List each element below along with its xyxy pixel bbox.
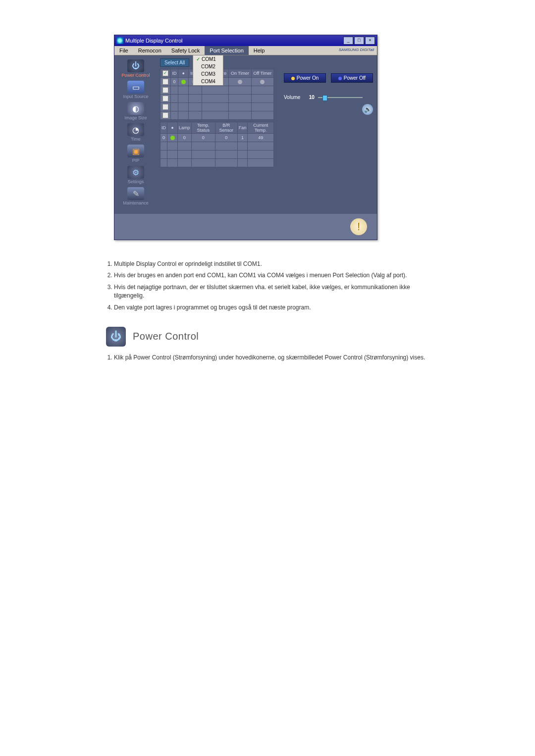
menu-remocon[interactable]: Remocon	[133, 46, 166, 55]
sidebar-item-label: PIP	[114, 158, 157, 163]
table-row	[160, 151, 274, 159]
menu-safety-lock[interactable]: Safety Lock	[166, 46, 205, 55]
col-current-temp: Current Temp.	[248, 122, 274, 134]
list-item: Hvis der bruges en anden port end COM1, …	[114, 271, 441, 280]
menubar: File Remocon Safety Lock Port Selection …	[114, 46, 377, 55]
sidebar-item-power-control[interactable]: ⏻ Power Control	[114, 57, 157, 79]
power-off-button[interactable]: Power Off	[331, 73, 373, 83]
speaker-icon[interactable]: 🔊	[362, 104, 373, 115]
volume-value: 10	[309, 95, 315, 100]
col-br-sensor: B/R Sensor	[215, 122, 237, 134]
status-bar: !	[114, 214, 377, 240]
titlebar: Multiple Display Control _ □ ×	[114, 35, 377, 46]
table-row	[160, 159, 274, 167]
status-dot-icon	[181, 80, 186, 84]
select-all-button[interactable]: Select All	[160, 58, 189, 67]
timer-off-icon	[260, 80, 265, 84]
sidebar: ⏻ Power Control ▭ Input Source ◐ Image S…	[114, 55, 157, 214]
image-size-icon: ◐	[127, 102, 144, 115]
sidebar-item-time[interactable]: ◔ Time	[114, 121, 157, 143]
menu-file[interactable]: File	[114, 46, 133, 55]
port-option-com3[interactable]: COM3	[193, 70, 223, 78]
settings-icon: ⚙	[127, 166, 144, 179]
timer-off-icon	[238, 80, 242, 84]
sidebar-item-label: Settings	[114, 179, 157, 184]
sidebar-item-label: Maintenance	[114, 201, 157, 205]
control-panel: Power On Power Off Volume 10 🔊	[280, 55, 377, 214]
status-dot-icon	[170, 136, 175, 140]
col-id: ID	[171, 69, 178, 78]
status-table: ID ● Lamp Temp. Status B/R Sensor Fan Cu…	[160, 122, 274, 167]
list-item: Multiple Display Control er oprindeligt …	[114, 260, 441, 268]
row-checkbox[interactable]	[162, 79, 168, 85]
volume-control: Volume 10 🔊	[284, 95, 373, 100]
col-temp-status: Temp. Status	[191, 122, 215, 134]
sidebar-item-pip[interactable]: ▣ PIP	[114, 143, 157, 164]
section-title: Power Control	[133, 331, 199, 342]
port-option-com1[interactable]: COM1	[193, 55, 223, 63]
menu-help[interactable]: Help	[249, 46, 270, 55]
power-on-button[interactable]: Power On	[284, 73, 326, 83]
power-icon: ⏻	[106, 327, 126, 347]
list-item: Hvis det nøjagtige portnavn, der er tils…	[114, 283, 441, 301]
col-lamp: Lamp	[178, 122, 192, 134]
table-row	[160, 95, 274, 103]
sidebar-item-label: Input Source	[114, 94, 157, 99]
brand-label: SAMSUNG DIGITall	[336, 46, 377, 55]
time-icon: ◔	[127, 123, 144, 136]
header-checkbox[interactable]	[162, 70, 168, 76]
volume-label: Volume	[284, 95, 308, 100]
alert-icon: !	[350, 218, 367, 235]
sidebar-item-input-source[interactable]: ▭ Input Source	[114, 79, 157, 100]
pip-icon: ▣	[127, 145, 144, 157]
window-title: Multiple Display Control	[125, 38, 343, 44]
col-off-timer: Off Timer	[251, 69, 273, 78]
sidebar-item-maintenance[interactable]: ✎ Maintenance	[114, 185, 157, 206]
sidebar-item-label: Power Control	[114, 73, 157, 78]
close-button[interactable]: ×	[365, 37, 375, 45]
sidebar-item-settings[interactable]: ⚙ Settings	[114, 164, 157, 185]
port-selection-dropdown: COM1 COM2 COM3 COM4	[193, 55, 223, 86]
list-item: Klik på Power Control (Strømforsyning) u…	[114, 353, 441, 362]
list-item: Den valgte port lagres i programmet og b…	[114, 303, 441, 312]
col-fan: Fan	[237, 122, 248, 134]
col-on-timer: On Timer	[229, 69, 251, 78]
volume-thumb[interactable]	[322, 95, 327, 101]
instruction-list-1: Multiple Display Control er oprindeligt …	[104, 260, 441, 312]
table-row	[160, 103, 274, 111]
sidebar-item-label: Time	[114, 137, 157, 142]
instruction-list-2: Klik på Power Control (Strømforsyning) u…	[104, 353, 441, 362]
power-icon: ⏻	[127, 59, 144, 72]
maximize-button[interactable]: □	[354, 37, 364, 45]
table-row	[160, 86, 274, 95]
table-row	[160, 111, 274, 120]
table-row	[160, 142, 274, 151]
minimize-button[interactable]: _	[343, 37, 353, 45]
port-option-com2[interactable]: COM2	[193, 63, 223, 70]
menu-port-selection[interactable]: Port Selection	[205, 46, 248, 55]
col-id: ID	[160, 122, 167, 134]
maintenance-icon: ✎	[127, 187, 144, 200]
table-row[interactable]: 0 0 0 0 1 49	[160, 134, 274, 142]
section-heading: ⏻ Power Control	[106, 327, 441, 347]
sidebar-item-image-size[interactable]: ◐ Image Size	[114, 100, 157, 121]
port-option-com4[interactable]: COM4	[193, 78, 223, 85]
volume-slider[interactable]	[318, 97, 363, 98]
app-screenshot: Multiple Display Control _ □ × File Remo…	[114, 35, 441, 240]
app-icon	[116, 37, 123, 44]
input-icon: ▭	[127, 81, 144, 94]
sidebar-item-label: Image Size	[114, 115, 157, 120]
